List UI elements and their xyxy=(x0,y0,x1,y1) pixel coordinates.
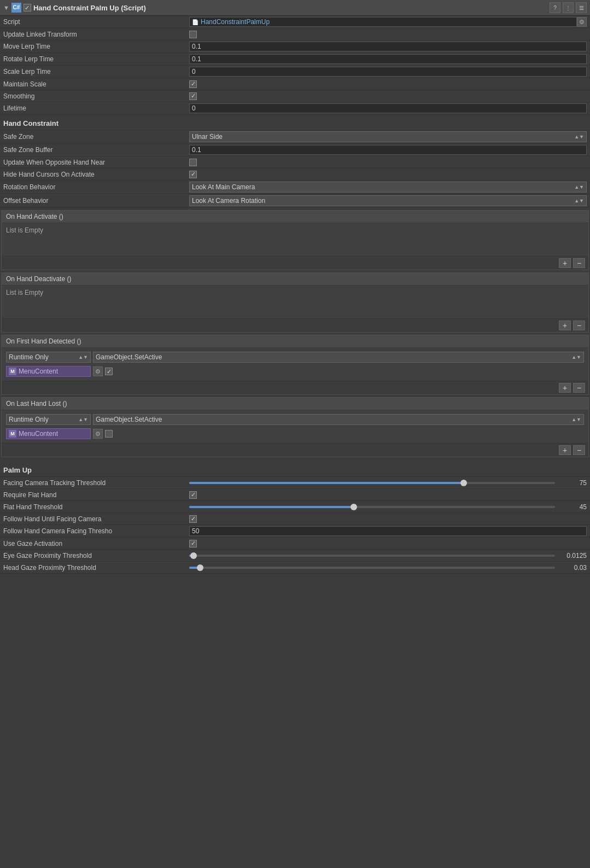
offset-behavior-value: Look At Camera Rotation ▲▼ xyxy=(189,195,587,206)
safe-zone-buffer-value xyxy=(189,145,587,155)
on-first-hand-detected-remove-button[interactable]: − xyxy=(573,383,585,393)
head-gaze-proximity-slider-container: 0.03 xyxy=(189,564,587,572)
on-first-hand-detected-right-dropdown[interactable]: GameObject.SetActive ▲▼ xyxy=(93,352,584,363)
on-last-hand-lost-gear-icon[interactable]: ⚙ xyxy=(93,429,103,439)
use-gaze-activation-checkbox[interactable] xyxy=(189,540,197,547)
rotate-lerp-time-value xyxy=(189,54,587,64)
on-hand-deactivate-body: List is Empty xyxy=(2,286,588,318)
safe-zone-buffer-input[interactable] xyxy=(189,145,587,155)
script-settings-icon[interactable]: ⚙ xyxy=(577,17,587,27)
lifetime-input[interactable] xyxy=(189,103,587,113)
require-flat-hand-value xyxy=(189,491,587,499)
head-gaze-proximity-slider-track[interactable] xyxy=(189,567,555,569)
move-lerp-time-input[interactable] xyxy=(189,42,587,51)
on-last-hand-lost-remove-button[interactable]: − xyxy=(573,445,585,455)
component-content: Script 📄 HandConstraintPalmUp ⚙ Update L… xyxy=(0,16,590,574)
on-hand-activate-add-button[interactable]: + xyxy=(559,258,571,268)
on-last-hand-lost-event-row: Runtime Only ▲▼ GameObject.SetActive ▲▼ xyxy=(4,412,586,427)
on-last-hand-lost-add-button[interactable]: + xyxy=(559,445,571,455)
safe-zone-dropdown[interactable]: Ulnar Side ▲▼ xyxy=(189,131,587,142)
update-linked-transform-row: Update Linked Transform xyxy=(0,28,590,40)
on-hand-deactivate-footer: + − xyxy=(2,318,588,332)
follow-hand-camera-facing-input[interactable] xyxy=(189,526,587,536)
eye-gaze-proximity-label: Eye Gaze Proximity Threshold xyxy=(3,552,189,560)
update-when-opposite-checkbox[interactable] xyxy=(189,159,197,166)
head-gaze-proximity-label: Head Gaze Proximity Threshold xyxy=(3,564,189,572)
on-last-hand-lost-right-dropdown[interactable]: GameObject.SetActive ▲▼ xyxy=(93,414,584,425)
scale-lerp-time-input[interactable] xyxy=(189,67,587,77)
follow-hand-until-checkbox[interactable] xyxy=(189,515,197,523)
hide-hand-cursors-checkbox[interactable] xyxy=(189,171,197,178)
flat-hand-threshold-row: Flat Hand Threshold 45 xyxy=(0,501,590,513)
require-flat-hand-checkbox[interactable] xyxy=(189,491,197,499)
facing-camera-threshold-slider-thumb[interactable] xyxy=(460,480,467,486)
flat-hand-threshold-slider-thumb[interactable] xyxy=(351,504,357,510)
on-first-hand-detected-checkbox[interactable] xyxy=(105,368,113,375)
on-hand-deactivate-add-button[interactable]: + xyxy=(559,321,571,330)
flat-hand-threshold-slider-track[interactable] xyxy=(189,506,555,508)
eye-gaze-proximity-slider-value: 0.0125 xyxy=(559,552,587,560)
maintain-scale-row: Maintain Scale xyxy=(0,78,590,90)
eye-gaze-proximity-row: Eye Gaze Proximity Threshold 0.0125 xyxy=(0,550,590,562)
rotation-behavior-row: Rotation Behavior Look At Main Camera ▲▼ xyxy=(0,180,590,194)
dropdown-arrow-icon: ▲▼ xyxy=(78,354,88,360)
on-first-hand-detected-gear-icon[interactable]: ⚙ xyxy=(93,366,103,376)
on-first-hand-detected-header: On First Hand Detected () xyxy=(2,335,588,348)
on-last-hand-lost-checkbox[interactable] xyxy=(105,430,113,438)
checkbox-enabled[interactable] xyxy=(24,4,31,11)
component-header: ▼ C# Hand Constraint Palm Up (Script) ? … xyxy=(0,0,590,16)
facing-camera-threshold-slider-container: 75 xyxy=(189,479,587,487)
header-actions: ? ⋮ ☰ xyxy=(550,2,587,13)
on-first-hand-detected-left-dropdown[interactable]: Runtime Only ▲▼ xyxy=(6,352,91,363)
facing-camera-threshold-slider-value: 75 xyxy=(559,479,587,487)
offset-behavior-dropdown[interactable]: Look At Camera Rotation ▲▼ xyxy=(189,195,587,206)
require-flat-hand-row: Require Flat Hand xyxy=(0,489,590,501)
on-last-hand-lost-section: On Last Hand Lost () Runtime Only ▲▼ Gam… xyxy=(1,397,589,457)
script-row: Script 📄 HandConstraintPalmUp ⚙ xyxy=(0,16,590,28)
eye-gaze-proximity-slider-thumb[interactable] xyxy=(190,552,197,559)
collapse-arrow-icon[interactable]: ▼ xyxy=(3,4,9,11)
update-linked-transform-checkbox[interactable] xyxy=(189,31,197,38)
on-hand-activate-footer: + − xyxy=(2,256,588,270)
on-last-hand-lost-header: On Last Hand Lost () xyxy=(2,398,588,410)
lifetime-label: Lifetime xyxy=(3,104,189,112)
update-linked-transform-label: Update Linked Transform xyxy=(3,31,189,38)
safe-zone-buffer-label: Safe Zone Buffer xyxy=(3,146,189,154)
on-last-hand-lost-left-dropdown[interactable]: Runtime Only ▲▼ xyxy=(6,414,91,425)
head-gaze-proximity-row: Head Gaze Proximity Threshold 0.03 xyxy=(0,562,590,574)
follow-hand-until-value xyxy=(189,515,587,523)
update-linked-transform-value xyxy=(189,31,587,38)
facing-camera-threshold-row: Facing Camera Tracking Threshold 75 xyxy=(0,477,590,489)
on-first-hand-detected-add-button[interactable]: + xyxy=(559,383,571,393)
cs-icon: C# xyxy=(11,3,21,13)
context-menu-button[interactable]: ☰ xyxy=(576,2,587,13)
maintain-scale-value xyxy=(189,80,587,88)
hide-hand-cursors-label: Hide Hand Cursors On Activate xyxy=(3,171,189,178)
eye-gaze-proximity-slider-track[interactable] xyxy=(189,555,555,557)
options-button[interactable]: ⋮ xyxy=(563,2,574,13)
head-gaze-proximity-slider-thumb[interactable] xyxy=(197,564,203,571)
maintain-scale-checkbox[interactable] xyxy=(189,80,197,88)
rotation-behavior-dropdown[interactable]: Look At Main Camera ▲▼ xyxy=(189,182,587,193)
maintain-scale-label: Maintain Scale xyxy=(3,80,189,88)
open-reference-button[interactable]: ? xyxy=(550,2,560,13)
flat-hand-threshold-label: Flat Hand Threshold xyxy=(3,503,189,511)
rotation-behavior-value: Look At Main Camera ▲▼ xyxy=(189,182,587,193)
facing-camera-threshold-slider-fill xyxy=(189,482,464,484)
smoothing-checkbox[interactable] xyxy=(189,92,197,100)
smoothing-label: Smoothing xyxy=(3,92,189,100)
on-hand-activate-remove-button[interactable]: − xyxy=(573,258,585,268)
follow-hand-until-label: Follow Hand Until Facing Camera xyxy=(3,515,189,523)
script-asset[interactable]: 📄 HandConstraintPalmUp xyxy=(189,17,577,27)
menu-content-icon: M xyxy=(9,368,16,375)
facing-camera-threshold-value: 75 xyxy=(189,479,587,487)
on-first-hand-detected-object-field[interactable]: M MenuContent xyxy=(6,366,91,377)
rotate-lerp-time-input[interactable] xyxy=(189,54,587,64)
facing-camera-threshold-slider-track[interactable] xyxy=(189,482,555,484)
update-when-opposite-label: Update When Opposite Hand Near xyxy=(3,159,189,166)
on-hand-deactivate-remove-button[interactable]: − xyxy=(573,321,585,330)
eye-gaze-proximity-value: 0.0125 xyxy=(189,552,587,560)
on-hand-activate-body: List is Empty xyxy=(2,223,588,256)
on-last-hand-lost-object-field[interactable]: M MenuContent xyxy=(6,428,91,439)
on-hand-deactivate-section: On Hand Deactivate () List is Empty + − xyxy=(1,272,589,333)
